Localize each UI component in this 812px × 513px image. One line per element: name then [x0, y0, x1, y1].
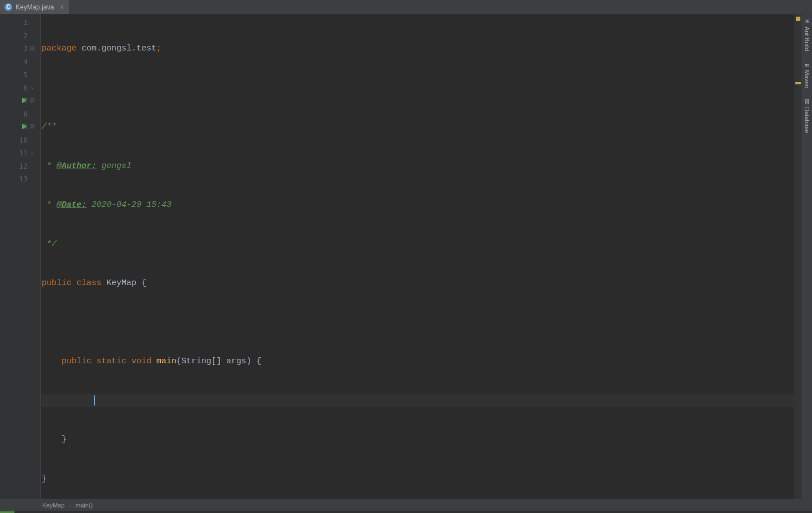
gutter: 1 2 3⊟ 4 5 6⌄ 7 ⊟ 8 9 ⊟ 10 11⌄ 12 13 — [0, 14, 40, 499]
doc-tag-date: @Date: — [57, 200, 87, 210]
class-name: KeyMap — [106, 278, 141, 288]
app-root: C KeyMap.java × 1 2 3⊟ 4 5 6⌄ 7 ⊟ 8 9 ⊟ — [0, 0, 812, 513]
editor-tab-keymap[interactable]: C KeyMap.java × — [0, 0, 69, 14]
indent — [42, 435, 62, 444]
warning-marker-icon[interactable] — [796, 17, 800, 21]
line-number: 4 — [17, 58, 28, 66]
open-brace: { — [256, 357, 261, 366]
fold-icon[interactable]: ⊟ — [30, 45, 38, 53]
close-brace: } — [62, 435, 67, 444]
line-number: 12 — [17, 162, 28, 170]
close-brace: } — [42, 474, 47, 484]
open-brace: { — [141, 278, 146, 288]
line-number: 5 — [17, 70, 28, 79]
run-icon[interactable] — [21, 97, 29, 105]
line-number: 2 — [17, 32, 28, 40]
caret — [94, 395, 95, 405]
open-paren: ( — [176, 357, 181, 366]
line-number: 8 — [17, 110, 28, 118]
doc-prefix: * — [42, 200, 57, 210]
package-name: com.gongsl.test — [82, 44, 156, 53]
keyword-static: static — [97, 357, 131, 366]
fold-icon[interactable]: ⊟ — [30, 97, 38, 105]
error-stripe[interactable] — [794, 14, 801, 499]
fold-end-icon[interactable]: ⌄ — [30, 84, 38, 92]
line-number: 3 — [17, 44, 28, 53]
database-icon: 🗄 — [804, 98, 810, 105]
status-bar — [0, 511, 812, 513]
keyword-public: public — [42, 278, 77, 288]
doc-end: */ — [42, 240, 57, 249]
doc-date-value: 2020-04-29 15:43 — [87, 200, 171, 210]
tool-label: Maven — [804, 70, 810, 88]
editor-tab-bar: C KeyMap.java × — [0, 0, 812, 14]
close-paren: ) — [246, 357, 256, 366]
code-area[interactable]: package com.gongsl.test; /** * @Author: … — [40, 14, 794, 499]
doc-prefix: * — [42, 161, 57, 171]
tool-maven[interactable]: m Maven — [804, 61, 810, 88]
editor[interactable]: 1 2 3⊟ 4 5 6⌄ 7 ⊟ 8 9 ⊟ 10 11⌄ 12 13 — [0, 14, 801, 499]
right-tool-panel: ✳ Ant Build m Maven 🗄 Database — [801, 14, 812, 499]
param-args: [] args — [211, 357, 246, 366]
type-string: String — [181, 357, 211, 366]
ant-icon: ✳ — [804, 18, 810, 24]
method-name-main: main — [156, 357, 176, 366]
keyword-package: package — [42, 44, 82, 53]
close-icon[interactable]: × — [59, 3, 64, 11]
tool-label: Ant Build — [804, 27, 810, 51]
maven-icon: m — [804, 61, 810, 68]
keyword-class: class — [77, 278, 106, 288]
line-number: 13 — [17, 175, 28, 183]
line-number: 6 — [17, 84, 28, 92]
warning-marker-icon[interactable] — [795, 82, 801, 84]
doc-author-value: gongsl — [97, 161, 131, 171]
line-number: 10 — [17, 136, 28, 144]
tool-ant-build[interactable]: ✳ Ant Build — [804, 18, 810, 51]
indent — [42, 357, 62, 366]
current-line — [42, 394, 794, 408]
tool-database[interactable]: 🗄 Database — [804, 98, 810, 133]
java-class-icon: C — [4, 3, 12, 11]
keyword-public: public — [62, 357, 97, 366]
tab-filename: KeyMap.java — [16, 3, 54, 11]
fold-icon[interactable]: ⊟ — [30, 123, 38, 131]
doc-tag-author: @Author: — [57, 161, 97, 171]
fold-end-icon[interactable]: ⌄ — [30, 149, 38, 157]
run-icon[interactable] — [21, 123, 29, 131]
line-number: 11 — [17, 149, 28, 157]
doc-start: /** — [42, 122, 57, 131]
keyword-void: void — [131, 357, 156, 366]
main-area: 1 2 3⊟ 4 5 6⌄ 7 ⊟ 8 9 ⊟ 10 11⌄ 12 13 — [0, 14, 812, 499]
line-number: 1 — [17, 18, 28, 27]
tool-label: Database — [804, 107, 810, 133]
semicolon: ; — [156, 44, 161, 53]
